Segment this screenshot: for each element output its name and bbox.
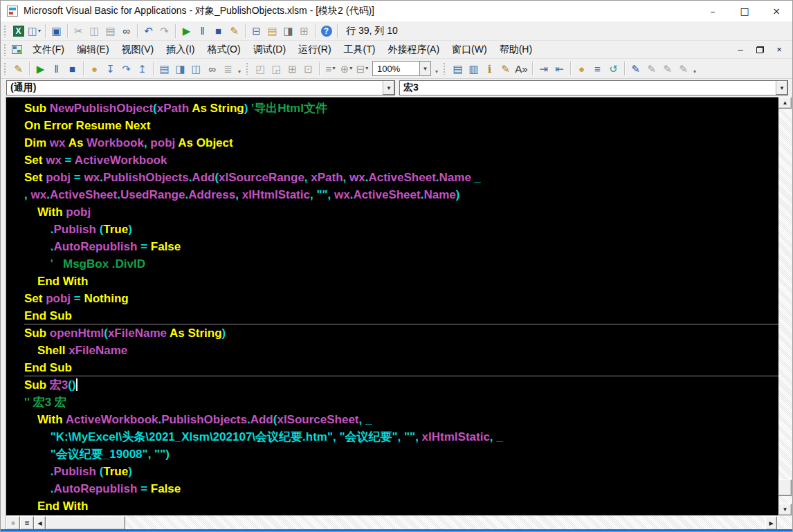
complete-word-icon[interactable]: A» [513, 61, 529, 76]
menu-item-help[interactable]: 帮助(H) [493, 41, 538, 59]
step-over-icon[interactable]: ↷ [118, 61, 134, 76]
zoom-combobox[interactable]: 100%▼ [372, 61, 431, 76]
quick-watch-icon[interactable]: ∞ [204, 61, 220, 76]
toolbar-overflow-button[interactable]: ▾ [433, 61, 440, 76]
code-line: Set pobj = wx.PublishObjects.Add(xlSourc… [24, 169, 778, 186]
toggle-bookmark-icon[interactable]: ✎ [628, 61, 644, 76]
indent-icon[interactable]: ⇥ [536, 61, 552, 76]
reset-icon[interactable]: ■ [64, 61, 80, 76]
horizontal-scrollbar[interactable]: ≡ ≣ ◀ ▶ [6, 515, 792, 531]
watch-window-icon[interactable]: ◫ [188, 61, 204, 76]
text-caret [76, 378, 78, 391]
vertical-scroll-track[interactable] [778, 109, 792, 504]
app-icon [7, 6, 18, 17]
minimize-button[interactable]: – [697, 1, 729, 21]
undo-icon[interactable]: ↶ [140, 24, 156, 39]
code-line: .AutoRepublish = False [24, 238, 778, 255]
toolbar-grip[interactable] [3, 44, 7, 56]
uncomment-block-icon[interactable]: ↺ [605, 61, 621, 76]
object-dropdown[interactable]: (通用) ▼ [6, 80, 395, 95]
code-line: "会议纪要_19008", "") [24, 446, 778, 463]
code-line: '' 宏3 宏 [24, 394, 778, 411]
list-properties-icon[interactable]: ▤ [450, 61, 466, 76]
menu-item-run[interactable]: 运行(R) [292, 41, 337, 59]
project-explorer-icon[interactable]: ⊟ [248, 24, 264, 39]
module-window-icon[interactable] [12, 45, 22, 54]
step-into-icon[interactable]: ↧ [102, 61, 118, 76]
design-mode-icon[interactable]: ✎ [10, 61, 26, 76]
menu-item-file[interactable]: 文件(F) [26, 41, 71, 59]
code-line: .Publish (True) [24, 463, 778, 480]
procedure-view-button[interactable]: ≡ [6, 516, 20, 530]
chevron-down-icon[interactable]: ▼ [776, 81, 787, 95]
run-macro-icon[interactable]: ▶ [33, 61, 48, 76]
outdent-icon[interactable]: ⇤ [552, 61, 567, 76]
comment-block-icon[interactable]: ≡ [590, 61, 605, 76]
code-line: End With [24, 497, 778, 515]
immediate-window-icon[interactable]: ◨ [172, 61, 188, 76]
scroll-up-button[interactable]: ▲ [778, 97, 792, 109]
procedure-dropdown[interactable]: 宏3 ▼ [399, 80, 788, 95]
toolbar-separator [624, 62, 625, 75]
toolbar-overflow-button[interactable]: ▾ [691, 61, 698, 76]
scroll-down-button[interactable]: ▼ [778, 504, 792, 515]
toolbar-grip[interactable] [3, 25, 7, 37]
menu-item-view[interactable]: 视图(V) [116, 41, 161, 59]
vertical-scrollbar[interactable]: ▲ ▼ [778, 97, 792, 515]
reset-icon[interactable]: ■ [210, 24, 226, 39]
insert-userform-icon[interactable]: ◫▾ [26, 24, 42, 39]
copy-icon: ◫ [86, 24, 102, 39]
previous-bookmark-icon: ✎ [659, 61, 675, 76]
list-constants-icon[interactable]: ▥ [466, 61, 482, 76]
view-excel-icon[interactable]: X [10, 24, 26, 39]
menu-item-tools[interactable]: 工具(T) [338, 41, 382, 59]
toolbar-separator [29, 62, 30, 75]
help-icon[interactable]: ? [318, 24, 334, 39]
quick-info-icon[interactable]: ℹ [482, 61, 498, 76]
child-close-button[interactable]: × [774, 45, 784, 55]
scroll-right-button[interactable]: ▶ [765, 516, 777, 530]
run-icon[interactable]: ▶ [179, 24, 194, 39]
find-icon[interactable]: ∞ [118, 24, 134, 39]
chevron-down-icon[interactable]: ▼ [383, 81, 394, 95]
save-icon[interactable]: ▣ [48, 24, 64, 39]
zoom-value[interactable]: 100% [372, 61, 419, 76]
menu-item-insert[interactable]: 插入(I) [160, 41, 201, 59]
scroll-left-button[interactable]: ◀ [34, 516, 46, 530]
chevron-down-icon[interactable]: ▼ [419, 61, 431, 76]
menu-item-format[interactable]: 格式(O) [201, 41, 246, 59]
toolbar-separator [337, 24, 338, 38]
horizontal-scroll-track[interactable] [34, 515, 792, 531]
menu-item-debug[interactable]: 调试(D) [247, 41, 292, 59]
maximize-button[interactable]: □ [729, 1, 760, 21]
child-minimize-button[interactable]: – [736, 45, 745, 55]
design-mode-icon[interactable]: ✎ [226, 24, 242, 39]
toggle-breakpoint-icon[interactable]: ● [574, 61, 590, 76]
child-restore-button[interactable] [755, 45, 765, 55]
locals-window-icon[interactable]: ▤ [156, 61, 172, 76]
toolbar-grip[interactable] [3, 62, 7, 75]
vertical-scroll-thumb[interactable] [778, 479, 792, 496]
toolbar-grip[interactable] [246, 62, 249, 75]
toolbar-grip[interactable] [443, 62, 446, 75]
window-bottom-border [1, 529, 792, 531]
parameter-info-icon[interactable]: ✎ [498, 61, 513, 76]
object-browser-icon[interactable]: ◨ [280, 24, 296, 39]
code-line: Sub 宏3() [24, 376, 778, 394]
menu-item-addins[interactable]: 外接程序(A) [381, 41, 446, 59]
break-icon[interactable]: ‖ [48, 61, 64, 76]
code-editor[interactable]: Sub NewPublishObject(xPath As String) '导… [6, 97, 778, 515]
window-title: Microsoft Visual Basic for Applications … [24, 5, 374, 17]
close-button[interactable]: × [760, 1, 792, 21]
menu-item-edit[interactable]: 编辑(E) [71, 41, 116, 59]
break-icon[interactable]: ‖ [194, 24, 210, 39]
toolbar-overflow-button[interactable]: ▾ [236, 61, 243, 76]
step-out-icon[interactable]: ↥ [134, 61, 150, 76]
menu-item-window[interactable]: 窗口(W) [446, 41, 493, 59]
horizontal-scroll-thumb[interactable] [46, 516, 125, 530]
toolbar-separator [153, 62, 154, 75]
properties-window-icon[interactable]: ▤ [264, 24, 280, 39]
toggle-breakpoint-icon[interactable]: ● [86, 61, 102, 76]
toolbar-separator [245, 24, 246, 38]
full-module-view-button[interactable]: ≣ [20, 516, 34, 530]
